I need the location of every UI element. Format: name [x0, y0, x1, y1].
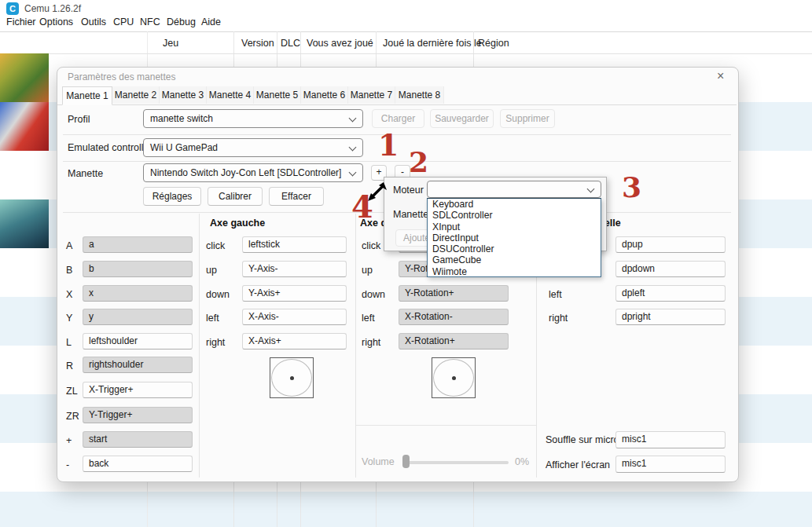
manette-combobox[interactable]: Nintendo Switch Joy-Con Left [SDLControl…	[143, 163, 363, 182]
axe-droit-left-binding[interactable]: X-Rotation-	[399, 309, 509, 325]
moteur-label: Moteur	[393, 185, 424, 196]
charger-button[interactable]: Charger	[372, 109, 424, 128]
button-l-binding[interactable]: leftshoulder	[83, 333, 193, 350]
calibrer-button[interactable]: Calibrer	[208, 187, 263, 206]
tab-manette-2[interactable]: Manette 2	[112, 86, 160, 104]
column-joue[interactable]: Vous avez joué	[307, 38, 373, 49]
close-icon[interactable]: ×	[717, 69, 724, 83]
dpad-left-binding[interactable]: dpleft	[615, 285, 726, 302]
button-l-label: L	[66, 337, 72, 348]
game-cover-zelda-botw[interactable]	[0, 199, 49, 248]
moteur-combobox[interactable]	[427, 181, 601, 198]
tab-manette-1[interactable]: Manette 1	[62, 86, 112, 105]
option-xinput[interactable]: XInput	[428, 221, 601, 232]
menu-nfc[interactable]: NFC	[140, 16, 160, 27]
game-row-stripe[interactable]	[0, 492, 812, 527]
popup-manette-label: Manette	[393, 209, 428, 220]
axe-gauche-click-label: click	[206, 240, 225, 251]
button-y-label: Y	[66, 313, 72, 324]
menu-outils[interactable]: Outils	[81, 16, 106, 27]
button-zl-binding[interactable]: X-Trigger+	[83, 382, 193, 398]
tab-manette-3[interactable]: Manette 3	[160, 86, 207, 104]
button-r-binding[interactable]: rightshoulder	[83, 357, 193, 373]
effacer-button[interactable]: Effacer	[269, 187, 324, 206]
axe-gauche-click-binding[interactable]: leftstick	[242, 236, 347, 253]
chevron-down-icon	[349, 144, 357, 152]
afficher-ecran-binding[interactable]: misc1	[615, 456, 726, 473]
menu-aide[interactable]: Aide	[201, 16, 221, 27]
volume-slider[interactable]	[402, 461, 509, 464]
dpad-up-binding[interactable]: dpup	[615, 236, 726, 253]
dpad-right-binding[interactable]: dpright	[615, 309, 726, 325]
left-stick-visualizer	[270, 357, 314, 398]
option-dsucontroller[interactable]: DSUController	[428, 243, 601, 254]
option-keyboard[interactable]: Keyboard	[428, 199, 601, 210]
tab-manette-7[interactable]: Manette 7	[348, 86, 395, 104]
button-x-binding[interactable]: x	[83, 285, 193, 302]
right-stick-visualizer	[432, 357, 476, 398]
button-x-label: X	[66, 289, 72, 300]
supprimer-button[interactable]: Supprimer	[500, 109, 555, 128]
reglages-button[interactable]: Réglages	[143, 187, 201, 206]
souffle-micro-binding[interactable]: misc1	[615, 431, 726, 448]
chevron-down-icon	[349, 115, 357, 123]
tab-manette-6[interactable]: Manette 6	[301, 86, 348, 104]
tab-manette-5[interactable]: Manette 5	[254, 86, 301, 104]
sauvegarder-button[interactable]: Sauvegarder	[430, 109, 494, 128]
option-directinput[interactable]: DirectInput	[428, 232, 601, 243]
button-zr-binding[interactable]: Y-Trigger+	[83, 407, 193, 423]
volume-percent: 0%	[515, 456, 529, 467]
profil-label: Profil	[68, 114, 90, 125]
axe-gauche-down-binding[interactable]: Y-Axis+	[242, 285, 347, 302]
volume-slider-thumb[interactable]	[402, 455, 410, 468]
annotation-2: 2	[409, 148, 428, 176]
column-version[interactable]: Version	[241, 38, 274, 49]
profil-value: manette switch	[150, 113, 213, 124]
option-wiimote[interactable]: Wiimote	[428, 266, 601, 277]
tab-manette-4[interactable]: Manette 4	[207, 86, 254, 104]
dpad-down-binding[interactable]: dpdown	[615, 261, 726, 277]
button-y-binding[interactable]: y	[83, 309, 193, 325]
profil-combobox[interactable]: manette switch	[143, 109, 363, 128]
menu-fichier[interactable]: Fichier	[6, 16, 36, 27]
annotation-1: 1	[378, 130, 399, 160]
stick-position-dot	[452, 376, 456, 380]
axe-droit-right-binding[interactable]: X-Rotation+	[399, 333, 509, 350]
column-jeu[interactable]: Jeu	[163, 38, 178, 49]
menu-options[interactable]: Options	[39, 16, 73, 27]
button-minus-binding[interactable]: back	[83, 456, 193, 472]
column-derniere[interactable]: Joué la dernière fois le	[383, 38, 482, 49]
game-cover-mario-kart[interactable]	[0, 102, 49, 151]
button-zr-label: ZR	[66, 411, 79, 422]
button-b-binding[interactable]: b	[83, 261, 193, 277]
divider	[0, 53, 812, 54]
menu-cpu[interactable]: CPU	[113, 16, 134, 27]
game-cover-hyrule-warriors[interactable]	[0, 53, 49, 102]
button-plus-binding[interactable]: start	[83, 431, 193, 448]
axe-gauche-right-label: right	[206, 337, 225, 348]
button-plus-label: +	[66, 435, 72, 446]
axe-droit-left-label: left	[362, 313, 375, 324]
afficher-ecran-label: Afficher l'écran	[546, 459, 610, 470]
option-gamecube[interactable]: GameCube	[428, 254, 601, 265]
axe-gauche-right-binding[interactable]: X-Axis+	[242, 333, 347, 350]
axe-droit-down-binding[interactable]: Y-Rotation+	[399, 285, 509, 302]
dialog-title: Paramètres des manettes	[68, 71, 175, 82]
tab-manette-8[interactable]: Manette 8	[395, 86, 444, 104]
dpad-left-label: left	[549, 289, 562, 300]
axe-droit-up-label: up	[362, 265, 373, 276]
divider	[199, 214, 200, 478]
emulated-controller-value: Wii U GamePad	[150, 142, 218, 153]
tab-strip-baseline	[57, 104, 737, 105]
axe-gauche-up-binding[interactable]: Y-Axis-	[242, 261, 347, 277]
emulated-controller-label: Emulated controller	[68, 142, 152, 153]
menu-debug[interactable]: Débug	[167, 16, 196, 27]
option-sdlcontroller[interactable]: SDLController	[428, 210, 601, 221]
button-a-binding[interactable]: a	[83, 236, 193, 253]
column-region[interactable]: Région	[478, 38, 509, 49]
column-dlc[interactable]: DLC	[281, 38, 300, 49]
axe-gauche-left-binding[interactable]: X-Axis-	[242, 309, 347, 325]
tab-strip: Manette 1 Manette 2 Manette 3 Manette 4 …	[57, 86, 737, 105]
emulated-controller-combobox[interactable]: Wii U GamePad	[143, 138, 363, 157]
button-zl-label: ZL	[66, 386, 78, 397]
